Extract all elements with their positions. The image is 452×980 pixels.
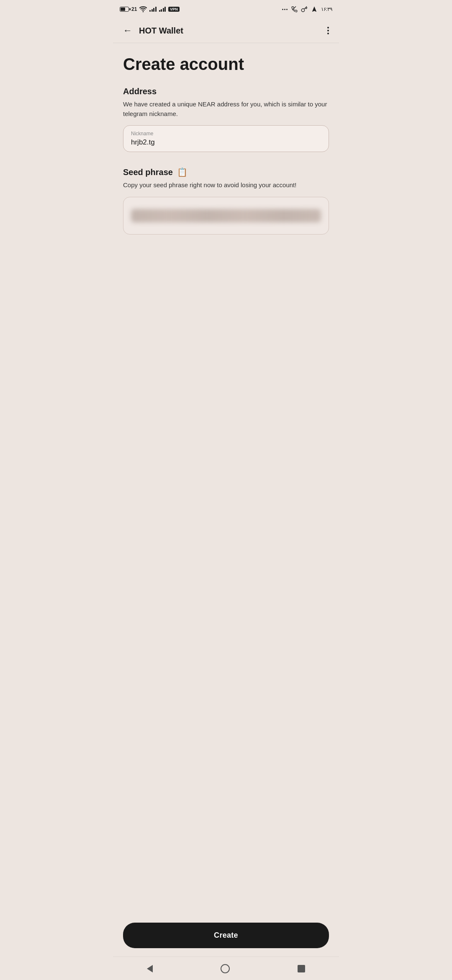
seed-phrase-box: [123, 197, 329, 235]
more-dot-2: [327, 30, 329, 31]
signal-bars: [149, 7, 157, 12]
nav-stop-button[interactable]: [288, 962, 315, 976]
status-dots: [282, 9, 288, 10]
address-description: We have created a unique NEAR address fo…: [123, 100, 329, 119]
signal-bars-2: [159, 7, 166, 12]
nickname-value: hrjb2.tg: [131, 138, 155, 146]
back-button[interactable]: ←: [121, 23, 134, 38]
main-content: Create account Address We have created a…: [113, 43, 339, 980]
nickname-input-container: Nickname hrjb2.tg: [123, 125, 329, 152]
more-menu-button[interactable]: [326, 25, 331, 36]
bottom-area: Create: [113, 923, 339, 955]
nav-bar: [113, 957, 339, 980]
status-bar: 21 VPN ۱۶:۳۹: [113, 0, 339, 18]
battery-level: 21: [131, 6, 137, 12]
nav-back-icon: [147, 965, 153, 972]
back-arrow-icon: ←: [123, 25, 132, 36]
status-right: ۱۶:۳۹: [282, 6, 332, 13]
create-account-title: Create account: [123, 55, 329, 73]
seed-phrase-description: Copy your seed phrase right now to avoid…: [123, 181, 329, 190]
create-button[interactable]: Create: [123, 923, 329, 948]
copy-icon[interactable]: 📋: [177, 167, 187, 177]
nav-stop-icon: [298, 965, 305, 972]
seed-phrase-title: Seed phrase: [123, 168, 173, 177]
key-icon: [301, 6, 308, 13]
location-icon: [311, 6, 318, 13]
address-section-title: Address: [123, 87, 329, 96]
top-nav: ← HOT Wallet: [113, 18, 339, 43]
seed-phrase-header: Seed phrase 📋: [123, 167, 329, 177]
seed-phrase-blurred: [131, 209, 321, 222]
nav-back-button[interactable]: [137, 962, 163, 976]
battery-icon: [120, 7, 129, 12]
call-icon: [291, 6, 298, 13]
nav-home-button[interactable]: [211, 961, 240, 977]
clock: ۱۶:۳۹: [321, 6, 332, 12]
nickname-label: Nickname: [131, 131, 321, 137]
nav-home-icon: [221, 964, 230, 973]
more-dot-1: [327, 27, 329, 28]
page-title: HOT Wallet: [139, 26, 326, 36]
wifi-icon: [139, 6, 147, 12]
more-dot-3: [327, 33, 329, 34]
vpn-badge: VPN: [168, 7, 180, 12]
status-left: 21 VPN: [120, 6, 180, 12]
